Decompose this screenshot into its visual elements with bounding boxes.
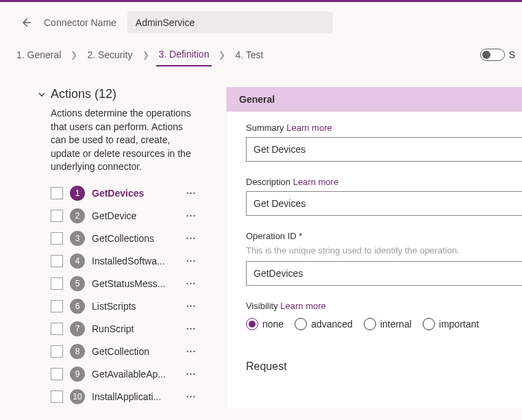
operation-id-hint: This is the unique string used to identi… (246, 245, 522, 256)
action-more-icon[interactable]: ··· (181, 369, 201, 380)
action-label: GetStatusMess... (92, 278, 174, 289)
radio-label: advanced (311, 319, 353, 330)
action-item[interactable]: 10InstallApplicati...··· (51, 386, 219, 408)
tab-test[interactable]: 4. Test (232, 44, 266, 66)
action-checkbox[interactable] (51, 368, 63, 380)
chevron-down-icon (37, 90, 47, 99)
toggle-knob (482, 51, 490, 59)
action-number-badge: 3 (70, 231, 85, 246)
chevron-right-icon: ❯ (219, 50, 225, 60)
action-checkbox[interactable] (51, 210, 63, 222)
left-panel: Actions (12) Actions determine the opera… (0, 87, 226, 408)
action-item[interactable]: 7RunScript··· (51, 318, 219, 341)
description-learn-more-link[interactable]: Learn more (293, 177, 338, 187)
action-more-icon[interactable]: ··· (181, 210, 201, 221)
action-number-badge: 7 (70, 321, 85, 336)
operation-id-field: Operation ID * This is the unique string… (246, 231, 522, 286)
action-checkbox[interactable] (51, 187, 63, 199)
action-number-badge: 4 (70, 254, 85, 269)
summary-learn-more-link[interactable]: Learn more (286, 123, 332, 133)
description-field: Description Learn more (246, 177, 522, 216)
description-label: Description (246, 177, 290, 187)
request-section-header: Request (227, 348, 522, 373)
action-label: GetDevices (92, 188, 174, 199)
description-label-row: Description Learn more (246, 177, 522, 187)
action-number-badge: 9 (70, 367, 85, 382)
action-label: RunScript (92, 323, 174, 334)
chevron-right-icon: ❯ (71, 50, 77, 60)
visibility-label: Visibility (246, 301, 278, 311)
radio-icon (295, 318, 307, 330)
action-checkbox[interactable] (51, 391, 63, 403)
visibility-learn-more-link[interactable]: Learn more (280, 301, 325, 311)
action-checkbox[interactable] (51, 323, 63, 335)
connector-name-input[interactable] (127, 12, 333, 34)
action-number-badge: 2 (70, 208, 85, 223)
visibility-option-important[interactable]: important (423, 318, 479, 330)
action-item[interactable]: 9GetAvailableAp...··· (51, 363, 219, 386)
action-checkbox[interactable] (51, 345, 63, 358)
action-label: GetAvailableAp... (92, 369, 174, 380)
action-checkbox[interactable] (51, 300, 63, 312)
tab-security[interactable]: 2. Security (84, 44, 135, 66)
radio-icon (364, 318, 376, 330)
swagger-toggle[interactable] (480, 49, 505, 61)
wizard-tabs: 1. General ❯ 2. Security ❯ 3. Definition… (0, 43, 522, 66)
visibility-radio-group: noneadvancedinternalimportant (246, 318, 522, 330)
action-more-icon[interactable]: ··· (181, 188, 201, 199)
actions-title: Actions (12) (51, 87, 116, 101)
general-section-header: General (227, 87, 522, 112)
action-checkbox[interactable] (51, 232, 63, 245)
tab-definition[interactable]: 3. Definition (156, 43, 212, 66)
radio-label: important (439, 319, 479, 330)
action-more-icon[interactable]: ··· (181, 278, 201, 289)
summary-label-row: Summary Learn more (246, 123, 522, 133)
action-item[interactable]: 6ListScripts··· (51, 295, 219, 318)
action-label: ListScripts (92, 301, 174, 312)
visibility-option-advanced[interactable]: advanced (295, 318, 353, 330)
radio-label: internal (380, 319, 412, 330)
visibility-option-none[interactable]: none (246, 318, 284, 330)
action-label: GetDevice (92, 210, 174, 221)
connector-name-label: Connector Name (44, 17, 116, 28)
action-more-icon[interactable]: ··· (181, 301, 201, 312)
radio-icon (423, 318, 435, 330)
back-icon[interactable] (19, 16, 33, 29)
action-label: InstallApplicati... (92, 391, 174, 402)
action-number-badge: 5 (70, 276, 85, 291)
chevron-right-icon: ❯ (142, 50, 149, 60)
visibility-option-internal[interactable]: internal (364, 318, 412, 330)
action-checkbox[interactable] (51, 255, 63, 267)
operation-id-input[interactable] (246, 261, 522, 286)
action-item[interactable]: 5GetStatusMess...··· (51, 273, 219, 295)
swagger-toggle-wrap: S (480, 49, 515, 61)
action-item[interactable]: 2GetDevice··· (51, 205, 219, 227)
general-form: Summary Learn more Description Learn mor… (227, 112, 522, 348)
summary-input[interactable] (246, 137, 522, 162)
tab-general[interactable]: 1. General (14, 44, 64, 66)
header: Connector Name (0, 2, 522, 43)
action-number-badge: 8 (70, 344, 85, 359)
action-more-icon[interactable]: ··· (181, 323, 201, 334)
description-input[interactable] (246, 191, 522, 216)
actions-header[interactable]: Actions (12) (37, 87, 219, 101)
summary-field: Summary Learn more (246, 123, 522, 162)
summary-label: Summary (246, 123, 284, 133)
radio-dot (249, 321, 256, 328)
action-item[interactable]: 1GetDevices··· (51, 182, 219, 205)
action-checkbox[interactable] (51, 277, 63, 290)
action-more-icon[interactable]: ··· (181, 346, 201, 357)
action-more-icon[interactable]: ··· (181, 233, 201, 244)
action-number-badge: 1 (70, 186, 85, 201)
action-item[interactable]: 4InstalledSoftwa...··· (51, 250, 219, 273)
actions-description: Actions determine the operations that us… (37, 107, 195, 174)
swagger-label: S (509, 49, 515, 60)
action-list: 1GetDevices···2GetDevice···3GetCollectio… (37, 182, 219, 408)
action-more-icon[interactable]: ··· (181, 256, 201, 267)
main-content: Actions (12) Actions determine the opera… (0, 66, 522, 408)
action-number-badge: 10 (70, 389, 85, 404)
action-item[interactable]: 3GetCollections··· (51, 227, 219, 250)
action-item[interactable]: 8GetCollection··· (51, 341, 219, 363)
action-number-badge: 6 (70, 299, 85, 314)
action-more-icon[interactable]: ··· (181, 391, 201, 402)
